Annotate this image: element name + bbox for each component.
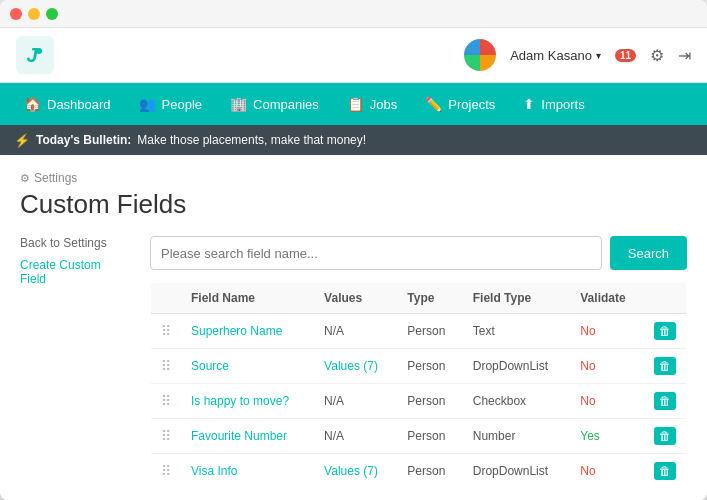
nav-label-people: People [162, 97, 202, 112]
companies-icon: 🏢 [230, 96, 247, 112]
minimize-button[interactable] [28, 8, 40, 20]
col-drag [151, 283, 182, 314]
logout-icon[interactable]: ⇥ [678, 46, 691, 65]
delete-cell: 🗑 [644, 419, 687, 454]
values-link[interactable]: Values (7) [324, 464, 378, 478]
table-header-row: Field Name Values Type Field Type Valida… [151, 283, 687, 314]
bulletin-message: Make those placements, make that money! [137, 133, 366, 147]
app-header: J Adam Kasano 11 ⚙ ⇥ [0, 28, 707, 83]
values-cell-wrap: N/A [314, 419, 397, 454]
main-layout: Back to Settings Create Custom Field Sea… [20, 236, 687, 489]
validate-value: No [580, 394, 595, 408]
values-cell: N/A [324, 394, 344, 408]
field-name-link[interactable]: Favourite Number [191, 429, 287, 443]
create-custom-field-link[interactable]: Create Custom Field [20, 258, 130, 286]
main-nav: 🏠 Dashboard 👥 People 🏢 Companies 📋 Jobs … [0, 83, 707, 125]
page-title: Custom Fields [20, 189, 687, 220]
values-cell-wrap: N/A [314, 314, 397, 349]
back-to-settings-link[interactable]: Back to Settings [20, 236, 130, 250]
drag-handle-icon[interactable]: ⠿ [161, 463, 171, 479]
delete-icon[interactable]: 🗑 [654, 462, 676, 480]
field-name-cell: Superhero Name [181, 314, 314, 349]
page-content: ⚙ Settings Custom Fields Back to Setting… [0, 155, 707, 500]
drag-handle-icon[interactable]: ⠿ [161, 393, 171, 409]
drag-handle-cell: ⠿ [151, 314, 182, 349]
col-field-name: Field Name [181, 283, 314, 314]
delete-cell: 🗑 [644, 384, 687, 419]
delete-icon[interactable]: 🗑 [654, 357, 676, 375]
type-cell: Person [397, 454, 462, 489]
values-cell-wrap: Values (7) [314, 454, 397, 489]
nav-item-jobs[interactable]: 📋 Jobs [335, 83, 409, 125]
drag-handle-icon[interactable]: ⠿ [161, 358, 171, 374]
table-row: ⠿ Visa Info Values (7) Person DropDownLi… [151, 454, 687, 489]
type-cell: Person [397, 384, 462, 419]
table-row: ⠿ Favourite Number N/A Person Number Yes… [151, 419, 687, 454]
field-name-cell: Source [181, 349, 314, 384]
validate-value: Yes [580, 429, 600, 443]
nav-item-dashboard[interactable]: 🏠 Dashboard [12, 83, 123, 125]
nav-label-imports: Imports [541, 97, 584, 112]
col-validate: Validate [570, 283, 644, 314]
validate-cell: No [570, 314, 644, 349]
validate-value: No [580, 324, 595, 338]
values-cell-wrap: Values (7) [314, 349, 397, 384]
delete-cell: 🗑 [644, 314, 687, 349]
nav-item-imports[interactable]: ⬆ Imports [511, 83, 596, 125]
table-row: ⠿ Superhero Name N/A Person Text No 🗑 [151, 314, 687, 349]
nav-label-dashboard: Dashboard [47, 97, 111, 112]
field-name-link[interactable]: Superhero Name [191, 324, 282, 338]
values-cell: N/A [324, 324, 344, 338]
app-logo: J [16, 36, 54, 74]
header-right: Adam Kasano 11 ⚙ ⇥ [464, 39, 691, 71]
search-input[interactable] [150, 236, 602, 270]
col-field-type: Field Type [463, 283, 571, 314]
type-cell: Person [397, 349, 462, 384]
settings-icon[interactable]: ⚙ [650, 46, 664, 65]
field-type-cell: Checkbox [463, 384, 571, 419]
field-name-cell: Is happy to move? [181, 384, 314, 419]
app-window: J Adam Kasano 11 ⚙ ⇥ 🏠 Dashboard 👥 Peopl… [0, 0, 707, 500]
table-area: Search Field Name Values Type Field Type… [150, 236, 687, 489]
maximize-button[interactable] [46, 8, 58, 20]
field-type-cell: DropDownList [463, 349, 571, 384]
drag-handle-cell: ⠿ [151, 349, 182, 384]
nav-label-companies: Companies [253, 97, 319, 112]
avatar [464, 39, 496, 71]
field-name-link[interactable]: Source [191, 359, 229, 373]
delete-cell: 🗑 [644, 454, 687, 489]
delete-icon[interactable]: 🗑 [654, 392, 676, 410]
table-row: ⠿ Is happy to move? N/A Person Checkbox … [151, 384, 687, 419]
bulletin-prefix: Today's Bulletin: [36, 133, 131, 147]
user-name[interactable]: Adam Kasano [510, 48, 601, 63]
search-button[interactable]: Search [610, 236, 687, 270]
nav-item-projects[interactable]: ✏️ Projects [413, 83, 507, 125]
values-link[interactable]: Values (7) [324, 359, 378, 373]
title-bar [0, 0, 707, 28]
delete-icon[interactable]: 🗑 [654, 427, 676, 445]
notification-badge[interactable]: 11 [615, 49, 636, 62]
sidebar: Back to Settings Create Custom Field [20, 236, 130, 489]
close-button[interactable] [10, 8, 22, 20]
dashboard-icon: 🏠 [24, 96, 41, 112]
col-values: Values [314, 283, 397, 314]
search-row: Search [150, 236, 687, 270]
table-body: ⠿ Superhero Name N/A Person Text No 🗑 ⠿ … [151, 314, 687, 489]
drag-handle-icon[interactable]: ⠿ [161, 428, 171, 444]
bulletin-bar: ⚡ Today's Bulletin: Make those placement… [0, 125, 707, 155]
nav-item-people[interactable]: 👥 People [127, 83, 214, 125]
imports-icon: ⬆ [523, 96, 535, 112]
nav-label-jobs: Jobs [370, 97, 397, 112]
field-name-link[interactable]: Is happy to move? [191, 394, 289, 408]
field-name-link[interactable]: Visa Info [191, 464, 237, 478]
delete-icon[interactable]: 🗑 [654, 322, 676, 340]
values-cell: N/A [324, 429, 344, 443]
nav-item-companies[interactable]: 🏢 Companies [218, 83, 331, 125]
bulletin-icon: ⚡ [14, 133, 30, 148]
drag-handle-cell: ⠿ [151, 454, 182, 489]
breadcrumb: ⚙ Settings [20, 171, 687, 185]
validate-value: No [580, 464, 595, 478]
nav-label-projects: Projects [448, 97, 495, 112]
logo-text: J [26, 44, 37, 67]
drag-handle-icon[interactable]: ⠿ [161, 323, 171, 339]
